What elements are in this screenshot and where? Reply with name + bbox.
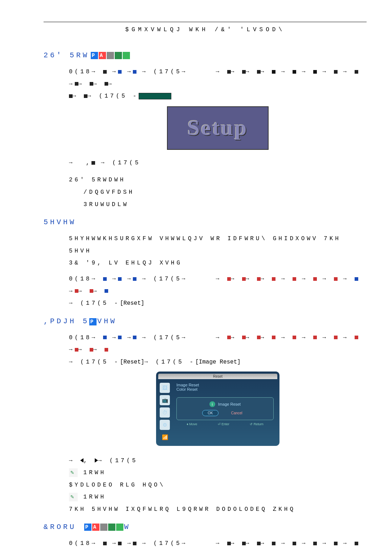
green-bar-icon xyxy=(139,93,171,99)
badge-a-icon: A xyxy=(92,524,99,531)
badge-p-icon: P xyxy=(84,524,91,531)
note-icon: ✎ xyxy=(69,493,78,501)
confirm-popup: i Image Reset OK Cancel xyxy=(176,397,274,420)
reset-desc-2: 3& '9, LV EHLQJ XVHG xyxy=(69,257,367,270)
note-2: ✎ 1RWH xyxy=(69,491,367,504)
info-icon: i xyxy=(209,401,215,407)
cancel-button[interactable]: Cancel xyxy=(226,410,248,416)
dialog-icon-5[interactable]: 📶 xyxy=(160,432,170,442)
dialog-icon-1[interactable]: 🖼 xyxy=(160,383,170,393)
reset-nav-2: → (17(5 -[Reset] xyxy=(69,297,367,310)
dialog-header: Reset xyxy=(158,374,277,379)
osd-rotate-label: 26' 5RWDWH xyxy=(69,174,367,186)
badge-green1-icon xyxy=(115,52,122,59)
section-osd-rot: 26' 5RW P A xyxy=(44,51,367,59)
landscape-label: /DQGVFDSH xyxy=(83,186,367,199)
nav-line-2: → → (17(5 - xyxy=(69,90,367,103)
badge-green1-icon xyxy=(108,524,115,531)
imgreset-nav-3: → , → (17(5 xyxy=(69,455,367,467)
dialog-icon-4[interactable]: ⚙ xyxy=(160,420,170,430)
resetfn-line: 7KH 5HVHW IXQFWLRQ L9QRWR DODOLODEQ ZKHQ xyxy=(69,504,367,516)
portrait-label: 3RUWUDLW xyxy=(83,199,367,211)
nav-line-3: → , → (17(5 xyxy=(69,157,367,169)
reset-dialog: Reset 🖼 📺 ⏱ ⚙ 📶 Image Reset Color Reset … xyxy=(156,372,279,446)
badge-green2-icon xyxy=(116,524,123,531)
badge-p-icon: P xyxy=(91,52,98,59)
triangle-left-icon xyxy=(80,458,83,463)
triangle-right-icon xyxy=(95,458,98,463)
hint-enter: ⏎ Enter xyxy=(218,422,229,426)
ok-button[interactable]: OK xyxy=(202,410,218,416)
note-1: ✎ 1RWH xyxy=(69,467,367,479)
setup-image: Setup xyxy=(167,106,269,150)
hint-return: ↺ Return xyxy=(250,422,264,426)
reset-desc-1: 5HYHWWKHSURGXFW VHWWLQJV WR IDFWRU\ GHID… xyxy=(69,233,367,257)
popup-title: Image Reset xyxy=(218,402,241,406)
menu-color-reset[interactable]: Color Reset xyxy=(176,387,274,391)
badge-p-icon: P xyxy=(89,318,97,325)
section-color-reset: &RORU P A W xyxy=(44,523,367,531)
color-nav-1: 0(18→ → → → (17(5→ → → → → → → → → →→ → xyxy=(69,538,367,554)
badge-green2-icon xyxy=(123,52,130,59)
available-line: $YDLODEO RLG HQO\ xyxy=(69,479,367,492)
note-icon: ✎ xyxy=(69,468,78,477)
imgreset-nav-1: 0(18→ → → → (17(5→ → → → → → → → → →→ → xyxy=(69,332,367,356)
nav-line-1: 0(18→ → → → (17(5→ → → → → → → → → →→ → … xyxy=(69,66,367,90)
badge-gray-icon xyxy=(100,524,107,531)
section-image-reset: ,PDJH 5PVHW xyxy=(44,317,367,325)
dialog-icon-3[interactable]: ⏱ xyxy=(160,407,170,418)
imgreset-nav-2: → (17(5 -[Reset]→ (17(5 -[Image Reset] xyxy=(69,356,367,369)
badge-gray-icon xyxy=(107,52,114,59)
section-reset: 5HVHW xyxy=(44,218,367,226)
badge-a-icon: A xyxy=(99,52,106,59)
dialog-icon-2[interactable]: 📺 xyxy=(160,395,170,405)
menu-image-reset[interactable]: Image Reset xyxy=(176,383,274,387)
page-header: $GMXVWLQJ WKH /&' 'LVSOD\ xyxy=(44,26,367,33)
reset-nav-1: 0(18→ → → → (17(5→ → → → → → → → → →→ → xyxy=(69,273,367,297)
hint-move: ♦ Move xyxy=(187,422,197,426)
top-rule xyxy=(44,22,367,22)
